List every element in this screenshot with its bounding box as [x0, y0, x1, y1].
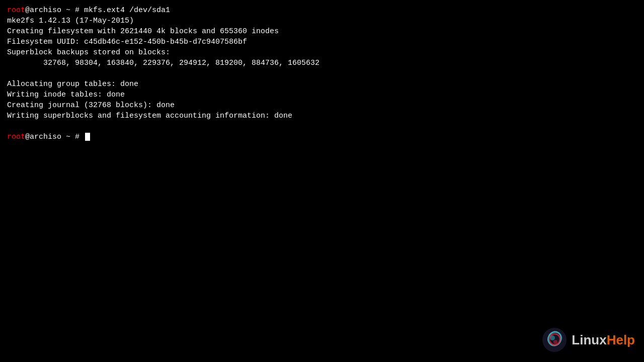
logo-linux-text: Linux [572, 332, 606, 347]
terminal-line-4: Filesystem UUID: c45db46c-e152-450b-b45b… [7, 37, 637, 47]
terminal-window: root@archiso ~ # mkfs.ext4 /dev/sda1 mke… [0, 0, 644, 147]
terminal-line-5: Superblock backups stored on blocks: [7, 47, 637, 58]
command-text: mkfs.ext4 /dev/sda1 [84, 6, 170, 15]
prompt-host-2: @archiso [25, 133, 61, 141]
terminal-line-3: Creating filesystem with 2621440 4k bloc… [7, 26, 637, 37]
terminal-line-empty-1 [7, 68, 637, 79]
logo-help-text: Help [607, 332, 635, 347]
terminal-line-9: Creating journal (32768 blocks): done [7, 100, 637, 111]
logo-icon-svg [541, 327, 568, 353]
cursor [85, 133, 90, 141]
terminal-prompt-line[interactable]: root@archiso ~ # [7, 132, 637, 142]
terminal-line-7: Allocating group tables: done [7, 79, 637, 89]
terminal-line-6: 32768, 98304, 163840, 229376, 294912, 81… [7, 58, 637, 68]
logo-text: LinuxHelp [572, 331, 635, 349]
prompt-user: root [7, 6, 25, 15]
prompt-user-2: root [7, 133, 25, 141]
terminal-line-8: Writing inode tables: done [7, 89, 637, 100]
terminal-line-10: Writing superblocks and filesystem accou… [7, 111, 637, 121]
svg-point-1 [550, 335, 555, 340]
svg-point-2 [553, 340, 557, 344]
prompt-host: @archiso [25, 6, 61, 15]
terminal-line-empty-2 [7, 121, 637, 132]
prompt-suffix: ~ # [61, 6, 84, 15]
linuxhelp-logo: LinuxHelp [541, 327, 635, 353]
terminal-line-2: mke2fs 1.42.13 (17-May-2015) [7, 16, 637, 26]
prompt-suffix-2: ~ # [61, 133, 84, 141]
terminal-line-1: root@archiso ~ # mkfs.ext4 /dev/sda1 [7, 5, 637, 16]
